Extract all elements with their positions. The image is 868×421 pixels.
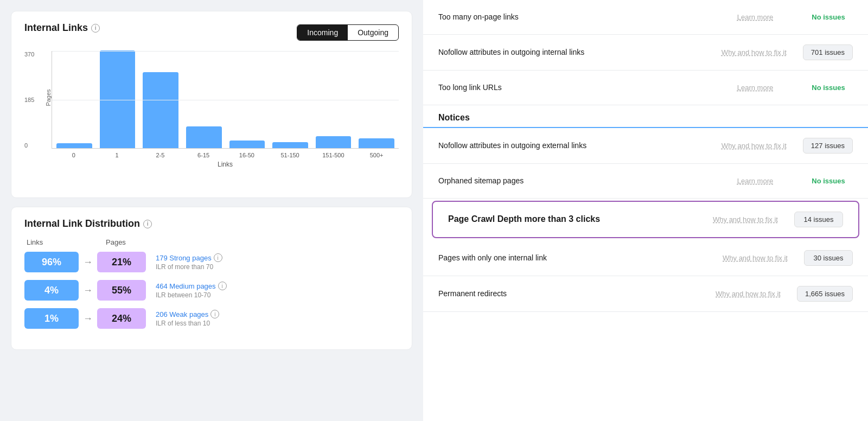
x-label-6-15: 6-15 bbox=[186, 152, 221, 158]
internal-links-title: Internal Links i bbox=[24, 22, 100, 34]
dist-row-info-0[interactable]: i bbox=[214, 253, 222, 262]
issue-link-0[interactable]: Learn more bbox=[717, 13, 793, 21]
issue-name-1: Nofollow attributes in outgoing internal… bbox=[438, 47, 705, 58]
dist-title-text: Internal Link Distribution bbox=[24, 218, 140, 229]
info-icon[interactable]: i bbox=[91, 24, 100, 33]
dist-info-2: 206 Weak pages i ILR of less than 10 bbox=[156, 310, 219, 327]
dist-link-2[interactable]: 206 Weak pages bbox=[156, 310, 208, 318]
right-panel: Too many on-page links Learn more No iss… bbox=[423, 0, 868, 421]
notice-badge-1: No issues bbox=[804, 174, 853, 188]
x-label-2-5: 2-5 bbox=[143, 152, 178, 158]
bar-col-500plus bbox=[359, 138, 394, 148]
bar-col-2-5 bbox=[143, 72, 178, 148]
dist-row-info-1[interactable]: i bbox=[218, 282, 227, 290]
x-label-500plus: 500+ bbox=[359, 152, 394, 158]
incoming-toggle[interactable]: Incoming bbox=[297, 25, 348, 40]
issue-badge-2: No issues bbox=[804, 80, 853, 95]
outgoing-toggle[interactable]: Outgoing bbox=[348, 25, 398, 40]
title-text: Internal Links bbox=[24, 22, 88, 34]
dist-sub-0: ILR of more than 70 bbox=[156, 263, 222, 271]
bar-6-15 bbox=[186, 126, 222, 148]
x-label-16-50: 16-50 bbox=[229, 152, 265, 158]
issue-row-0: Too many on-page links Learn more No iss… bbox=[423, 0, 868, 35]
dist-pages-pct-2: 24% bbox=[97, 308, 146, 329]
x-label-0: 0 bbox=[56, 152, 92, 158]
notice-badge-4: 1,665 issues bbox=[797, 286, 853, 302]
dist-links-pct-1: 4% bbox=[24, 280, 79, 301]
notice-name-4: Permanent redirects bbox=[438, 289, 699, 299]
y-axis-title: Pages bbox=[45, 89, 52, 106]
notice-badge-3: 30 issues bbox=[804, 250, 853, 266]
y-label-185: 185 bbox=[24, 97, 34, 103]
bar-col-16-50 bbox=[229, 141, 265, 148]
internal-links-card: Internal Links i Incoming Outgoing 370 1… bbox=[11, 11, 412, 198]
bar-500plus bbox=[359, 138, 394, 148]
dist-links-pct-0: 96% bbox=[24, 252, 79, 272]
dist-sub-2: ILR of less than 10 bbox=[156, 320, 219, 327]
notice-row-3: Pages with only one internal link Why an… bbox=[423, 240, 868, 276]
dist-row-info-2[interactable]: i bbox=[210, 310, 219, 318]
dist-info-1: 464 Medium pages i ILR between 10-70 bbox=[156, 282, 227, 299]
notice-row-highlighted: Page Crawl Depth more than 3 clicks Why … bbox=[433, 202, 858, 237]
bar-col-6-15 bbox=[186, 126, 222, 148]
notice-link-0[interactable]: Why and how to fix it bbox=[716, 142, 792, 150]
issue-badge-0: No issues bbox=[804, 10, 853, 24]
dist-link-0[interactable]: 179 Strong pages bbox=[156, 254, 212, 262]
issue-link-2[interactable]: Learn more bbox=[717, 84, 793, 92]
dist-arrow-2: → bbox=[83, 313, 93, 324]
notice-link-4[interactable]: Why and how to fix it bbox=[710, 290, 786, 298]
notice-row-0: Nofollow attributes in outgoing external… bbox=[423, 128, 868, 164]
notices-header: Notices bbox=[423, 105, 868, 128]
notice-name-3: Pages with only one internal link bbox=[438, 253, 706, 264]
notice-badge-highlighted: 14 issues bbox=[794, 212, 843, 227]
dist-row-2: 1% → 24% 206 Weak pages i ILR of less th… bbox=[24, 308, 399, 329]
bar-col-51-150 bbox=[272, 142, 308, 148]
x-label-1: 1 bbox=[99, 152, 135, 158]
bar-col-0 bbox=[56, 143, 92, 148]
x-label-151-500: 151-500 bbox=[316, 152, 352, 158]
dist-links-pct-2: 1% bbox=[24, 308, 79, 329]
dist-row-1: 4% → 55% 464 Medium pages i ILR between … bbox=[24, 280, 399, 301]
bar-col-151-500 bbox=[316, 136, 352, 148]
y-label-370: 370 bbox=[24, 51, 34, 58]
dist-info-0: 179 Strong pages i ILR of more than 70 bbox=[156, 253, 222, 271]
issue-row-1: Nofollow attributes in outgoing internal… bbox=[423, 35, 868, 71]
issue-name-0: Too many on-page links bbox=[438, 12, 706, 23]
notice-link-highlighted[interactable]: Why and how to fix it bbox=[707, 215, 783, 224]
dist-arrow-0: → bbox=[83, 257, 93, 268]
x-label-51-150: 51-150 bbox=[272, 152, 308, 158]
y-label-0: 0 bbox=[24, 142, 34, 149]
notice-row-1: Orphaned sitemap pages Learn more No iss… bbox=[423, 164, 868, 199]
notice-link-3[interactable]: Why and how to fix it bbox=[717, 254, 793, 262]
issue-badge-1: 701 issues bbox=[803, 44, 853, 60]
x-axis-labels: 0 1 2-5 6-15 16-50 51-150 151-500 500+ bbox=[52, 149, 399, 158]
bar-151-500 bbox=[316, 136, 352, 148]
dist-sub-1: ILR between 10-70 bbox=[156, 291, 227, 299]
dist-header: Links Pages bbox=[24, 238, 399, 246]
distribution-title: Internal Link Distribution i bbox=[24, 218, 399, 229]
issue-link-1[interactable]: Why and how to fix it bbox=[716, 48, 792, 56]
notice-name-0: Nofollow attributes in outgoing external… bbox=[438, 141, 705, 151]
x-axis-title: Links bbox=[52, 161, 399, 168]
toggle-group: Incoming Outgoing bbox=[297, 24, 399, 41]
issue-name-2: Too long link URLs bbox=[438, 82, 706, 93]
dist-link-1[interactable]: 464 Medium pages bbox=[156, 282, 216, 290]
issue-row-2: Too long link URLs Learn more No issues bbox=[423, 71, 868, 105]
dist-row-0: 96% → 21% 179 Strong pages i ILR of more… bbox=[24, 252, 399, 272]
notice-name-highlighted: Page Crawl Depth more than 3 clicks bbox=[448, 213, 697, 225]
dist-arrow-1: → bbox=[83, 285, 93, 296]
dist-header-pages: Pages bbox=[106, 238, 155, 246]
notice-row-4: Permanent redirects Why and how to fix i… bbox=[423, 276, 868, 312]
bar-51-150 bbox=[272, 142, 308, 148]
notice-badge-0: 127 issues bbox=[803, 138, 853, 154]
bar-2-5 bbox=[143, 72, 178, 148]
distribution-card: Internal Link Distribution i Links Pages… bbox=[11, 207, 412, 350]
dist-pages-pct-1: 55% bbox=[97, 280, 146, 301]
bar-0 bbox=[56, 143, 92, 148]
notice-name-1: Orphaned sitemap pages bbox=[438, 176, 706, 187]
highlighted-notice-wrapper: Page Crawl Depth more than 3 clicks Why … bbox=[432, 201, 859, 238]
notice-name-highlighted-text: Page Crawl Depth more than 3 clicks bbox=[448, 214, 600, 224]
notice-link-1[interactable]: Learn more bbox=[717, 177, 793, 185]
dist-info-icon[interactable]: i bbox=[143, 220, 152, 228]
dist-header-links: Links bbox=[27, 238, 86, 246]
